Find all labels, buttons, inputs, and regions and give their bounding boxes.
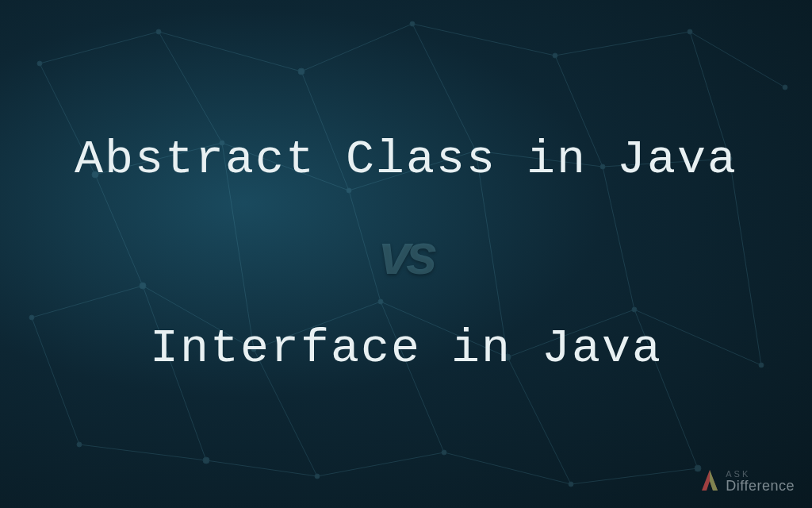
top-title: Abstract Class in Java: [75, 133, 737, 187]
vs-label: vs: [379, 221, 433, 287]
brand-line-2: Difference: [726, 479, 795, 493]
comparison-content: Abstract Class in Java vs Interface in J…: [0, 0, 812, 508]
brand-watermark: ASK Difference: [699, 468, 795, 494]
bottom-title: Interface in Java: [150, 321, 662, 375]
brand-logo-icon: [699, 468, 721, 494]
brand-line-1: ASK: [726, 470, 795, 479]
vs-divider: vs: [358, 218, 454, 290]
